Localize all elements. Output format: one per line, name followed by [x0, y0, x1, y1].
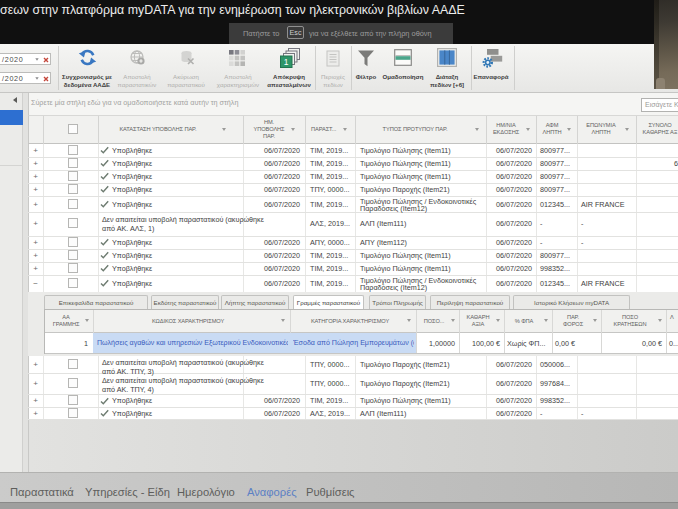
svg-text:1: 1: [284, 57, 289, 67]
